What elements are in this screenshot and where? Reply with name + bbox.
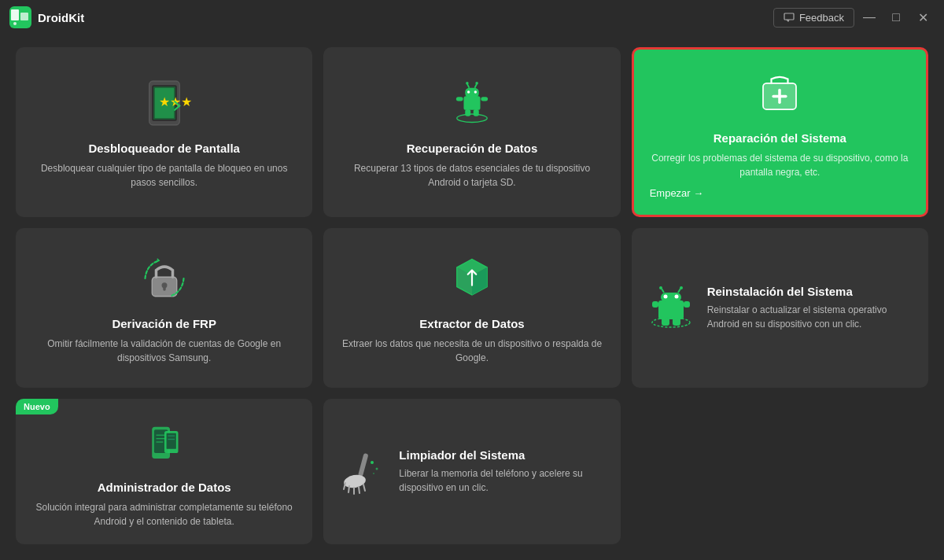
frp-icon — [137, 251, 192, 306]
reparacion-title: Reparación del Sistema — [650, 131, 910, 145]
title-bar-left: DroidKit — [9, 6, 84, 28]
svg-point-64 — [373, 473, 374, 474]
desbloqueo-icon: ★★★ — [137, 76, 192, 131]
svg-rect-22 — [474, 109, 479, 116]
card-reinstalacion[interactable]: Reinstalación del Sistema Reinstalar o a… — [632, 228, 928, 388]
recuperacion-icon — [444, 76, 500, 131]
app-title-text: DroidKit — [38, 11, 84, 24]
svg-line-58 — [348, 486, 349, 492]
extractor-icon — [444, 251, 500, 306]
svg-point-62 — [371, 461, 374, 464]
title-bar-controls: Feedback — □ ✕ — [773, 6, 935, 29]
limpiador-title: Limpiador del Sistema — [399, 448, 604, 462]
limpiador-text: Limpiador del Sistema Liberar la memoria… — [399, 448, 604, 495]
svg-rect-3 — [784, 13, 794, 20]
main-grid: ★★★ Desbloqueador de Pantalla Desbloquea… — [0, 35, 944, 560]
reinstalacion-icon — [647, 285, 695, 332]
svg-point-16 — [466, 81, 469, 84]
svg-line-61 — [363, 484, 365, 491]
svg-rect-20 — [481, 97, 488, 101]
administrador-icon — [137, 414, 192, 470]
svg-rect-41 — [652, 301, 658, 308]
card-extractor[interactable]: Extractor de Datos Extraer los datos que… — [323, 228, 620, 388]
reinstalacion-text: Reinstalación del Sistema Reinstalar o a… — [707, 285, 913, 331]
reparacion-icon — [752, 65, 807, 120]
app-logo — [9, 6, 31, 28]
svg-point-56 — [343, 473, 367, 489]
reinstalacion-title: Reinstalación del Sistema — [707, 285, 913, 298]
card-desbloqueo[interactable]: ★★★ Desbloqueador de Pantalla Desbloquea… — [16, 47, 312, 217]
frp-desc: Omitir fácilmente la validación de cuent… — [31, 337, 297, 365]
card-recuperacion[interactable]: Recuperación de Datos Recuperar 13 tipos… — [323, 47, 620, 217]
limpiador-desc: Liberar la memoria del teléfono y aceler… — [399, 466, 604, 495]
administrador-title: Administrador de Datos — [98, 481, 231, 494]
extractor-title: Extractor de Datos — [419, 317, 524, 330]
feedback-label: Feedback — [799, 12, 844, 24]
svg-point-14 — [474, 90, 478, 94]
reparacion-desc: Corregir los problemas del sistema de su… — [650, 151, 910, 179]
svg-point-40 — [680, 286, 683, 289]
svg-point-35 — [663, 294, 667, 298]
svg-point-13 — [467, 90, 470, 94]
maximize-button[interactable]: □ — [884, 6, 908, 29]
svg-rect-11 — [463, 96, 480, 110]
svg-rect-12 — [465, 87, 479, 97]
extractor-desc: Extraer los datos que necesita de un dis… — [339, 337, 604, 365]
svg-line-37 — [662, 289, 664, 293]
close-button[interactable]: ✕ — [911, 6, 935, 29]
title-bar: DroidKit Feedback — □ ✕ — [0, 0, 944, 35]
svg-point-63 — [376, 467, 378, 470]
card-frp[interactable]: Derivación de FRP Omitir fácilmente la v… — [16, 228, 312, 388]
svg-point-18 — [475, 81, 478, 84]
svg-rect-42 — [684, 301, 690, 308]
svg-rect-19 — [456, 97, 463, 101]
card-administrador[interactable]: Nuevo Administrador de Datos Solución in… — [16, 399, 312, 544]
reparacion-text: Reparación del Sistema Corregir los prob… — [650, 131, 910, 199]
desbloqueo-title: Desbloqueador de Pantalla — [88, 142, 240, 155]
svg-line-39 — [678, 289, 680, 293]
limpiador-icon — [339, 448, 386, 496]
reinstalacion-desc: Reinstalar o actualizar el sistema opera… — [707, 303, 913, 331]
card-reparacion[interactable]: Reparación del Sistema Corregir los prob… — [632, 47, 928, 217]
svg-line-57 — [344, 483, 345, 489]
nuevo-badge: Nuevo — [16, 399, 58, 414]
svg-rect-55 — [358, 452, 369, 477]
svg-point-38 — [659, 286, 662, 289]
recuperacion-title: Recuperación de Datos — [407, 142, 538, 155]
desbloqueo-desc: Desbloquear cualquier tipo de pantalla d… — [31, 161, 297, 190]
svg-rect-21 — [465, 109, 470, 116]
recuperacion-desc: Recuperar 13 tipos de datos esenciales d… — [339, 161, 604, 190]
svg-line-60 — [359, 487, 360, 493]
minimize-button[interactable]: — — [857, 6, 881, 29]
svg-rect-43 — [662, 318, 669, 326]
feedback-button[interactable]: Feedback — [773, 8, 854, 28]
reparacion-link[interactable]: Empezar → — [650, 187, 910, 199]
svg-rect-1 — [20, 13, 28, 20]
svg-rect-0 — [11, 9, 19, 20]
svg-rect-33 — [658, 300, 684, 319]
card-limpiador[interactable]: Limpiador del Sistema Liberar la memoria… — [323, 399, 620, 544]
svg-rect-44 — [673, 318, 680, 326]
frp-title: Derivación de FRP — [112, 317, 216, 330]
svg-rect-28 — [163, 286, 166, 291]
svg-point-36 — [674, 294, 678, 298]
administrador-desc: Solución integral para administrar compl… — [31, 500, 297, 529]
svg-point-2 — [13, 22, 17, 25]
